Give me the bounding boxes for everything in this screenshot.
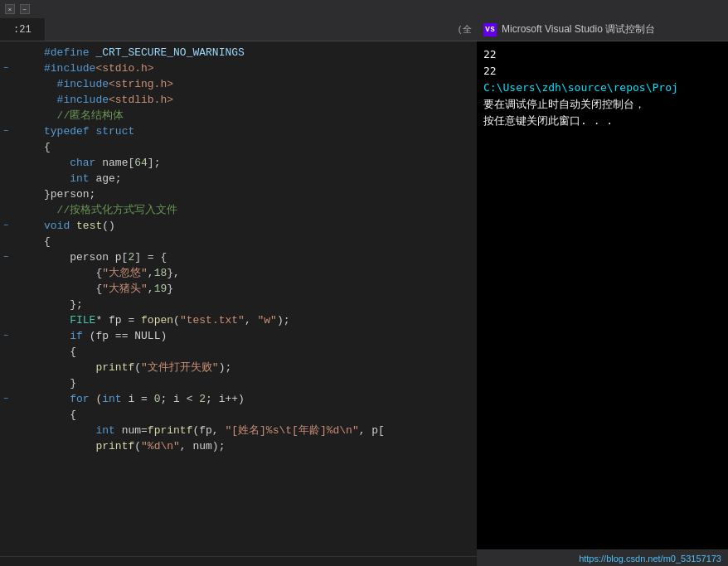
console-bottom-bar: https://blog.csdn.net/m0_53157173 — [477, 549, 728, 566]
title-bar: × − — [0, 0, 728, 18]
fold-icon — [0, 375, 12, 391]
console-title-bar: vs Microsoft Visual Studio 调试控制台 — [477, 18, 728, 41]
code-line: FILE* fp = fopen("test.txt", "w"); — [44, 312, 477, 328]
code-line: { — [44, 407, 477, 423]
fold-icon — [0, 171, 12, 186]
editor-tab-overflow[interactable]: (全 — [452, 18, 477, 41]
line-number — [12, 265, 34, 281]
editor-tab-overflow-label: (全 — [457, 23, 472, 36]
code-line: //匿名结构体 — [44, 108, 477, 123]
fold-icon — [0, 407, 12, 423]
fold-icon — [0, 139, 12, 155]
line-numbers — [12, 41, 41, 556]
line-number — [12, 328, 34, 344]
code-area[interactable]: −−−−−− #define _CRT_SECURE_NO_WARNINGS#i… — [0, 41, 477, 556]
code-line: char name[64]; — [44, 155, 477, 171]
fold-icon — [0, 76, 12, 92]
console-title-text: Microsoft Visual Studio 调试控制台 — [502, 22, 655, 36]
line-number — [12, 360, 34, 375]
close-button[interactable]: × — [5, 4, 15, 14]
editor-panel: :21 (全 −−−−−− #define _CRT_SECURE_NO_WAR… — [0, 18, 477, 566]
code-line: { — [44, 139, 477, 155]
fold-icon — [0, 344, 12, 360]
line-number — [12, 108, 34, 123]
code-line: printf("%d\n", num); — [44, 438, 477, 454]
line-number — [12, 312, 34, 328]
main-area: :21 (全 −−−−−− #define _CRT_SECURE_NO_WAR… — [0, 18, 728, 566]
code-line: void test() — [44, 218, 477, 234]
line-number — [12, 423, 34, 438]
console-line: 按任意键关闭此窗口. . . — [483, 113, 721, 129]
editor-tab-bar: :21 (全 — [0, 18, 477, 41]
code-line: {"大猪头",19} — [44, 281, 477, 297]
editor-scrollbar[interactable] — [0, 556, 477, 566]
fold-icon — [0, 45, 12, 60]
code-content[interactable]: #define _CRT_SECURE_NO_WARNINGS#include<… — [41, 41, 477, 556]
console-line: 要在调试停止时自动关闭控制台， — [483, 96, 721, 113]
console-line: C:\Users\zdh\source\repos\Proj — [483, 80, 721, 96]
line-number — [12, 344, 34, 360]
fold-icon[interactable]: − — [0, 60, 12, 76]
line-number — [12, 218, 34, 234]
line-number — [12, 391, 34, 407]
fold-gutter: −−−−−− — [0, 41, 12, 556]
editor-tab-label: :21 — [13, 24, 32, 36]
code-line: { — [44, 344, 477, 360]
code-line: //按格式化方式写入文件 — [44, 202, 477, 218]
fold-icon — [0, 92, 12, 108]
code-line: #include<stdlib.h> — [44, 92, 477, 108]
fold-icon[interactable]: − — [0, 218, 12, 234]
code-line: #include<stdio.h> — [44, 60, 477, 76]
vs-icon: vs — [483, 23, 497, 36]
line-number — [12, 171, 34, 186]
code-line: #include<string.h> — [44, 76, 477, 92]
fold-icon — [0, 360, 12, 375]
code-line: }person; — [44, 186, 477, 202]
line-number — [12, 438, 34, 454]
console-content: 2222C:\Users\zdh\source\repos\Proj要在调试停止… — [477, 41, 728, 549]
fold-icon — [0, 438, 12, 454]
fold-icon — [0, 297, 12, 312]
fold-icon[interactable]: − — [0, 123, 12, 139]
line-number — [12, 139, 34, 155]
line-number — [12, 45, 34, 60]
fold-icon — [0, 312, 12, 328]
console-panel: vs Microsoft Visual Studio 调试控制台 2222C:\… — [477, 18, 728, 566]
minimize-button[interactable]: − — [20, 4, 30, 14]
code-line: int age; — [44, 171, 477, 186]
fold-icon — [0, 265, 12, 281]
code-line: #define _CRT_SECURE_NO_WARNINGS — [44, 45, 477, 60]
fold-icon — [0, 186, 12, 202]
line-number — [12, 92, 34, 108]
fold-icon — [0, 108, 12, 123]
line-number — [12, 60, 34, 76]
fold-icon[interactable]: − — [0, 249, 12, 265]
console-bottom-link[interactable]: https://blog.csdn.net/m0_53157173 — [579, 554, 721, 564]
fold-icon[interactable]: − — [0, 328, 12, 344]
line-number — [12, 375, 34, 391]
code-line: }; — [44, 297, 477, 312]
line-number — [12, 186, 34, 202]
code-line: for (int i = 0; i < 2; i++) — [44, 391, 477, 407]
console-line: 22 — [483, 63, 721, 80]
code-line: int num=fprintf(fp, "[姓名]%s\t[年龄]%d\n", … — [44, 423, 477, 438]
line-number — [12, 76, 34, 92]
line-number — [12, 249, 34, 265]
code-line: person p[2] = { — [44, 249, 477, 265]
line-number — [12, 297, 34, 312]
code-line: if (fp == NULL) — [44, 328, 477, 344]
line-number — [12, 281, 34, 297]
line-number — [12, 155, 34, 171]
fold-icon — [0, 202, 12, 218]
fold-icon — [0, 281, 12, 297]
editor-tab[interactable]: :21 — [0, 18, 46, 41]
code-line: typedef struct — [44, 123, 477, 139]
fold-icon — [0, 423, 12, 438]
code-line: {"大忽悠",18}, — [44, 265, 477, 281]
code-line: printf("文件打开失败"); — [44, 360, 477, 375]
console-line: 22 — [483, 46, 721, 63]
line-number — [12, 202, 34, 218]
fold-icon[interactable]: − — [0, 391, 12, 407]
code-line: } — [44, 375, 477, 391]
fold-icon — [0, 155, 12, 171]
